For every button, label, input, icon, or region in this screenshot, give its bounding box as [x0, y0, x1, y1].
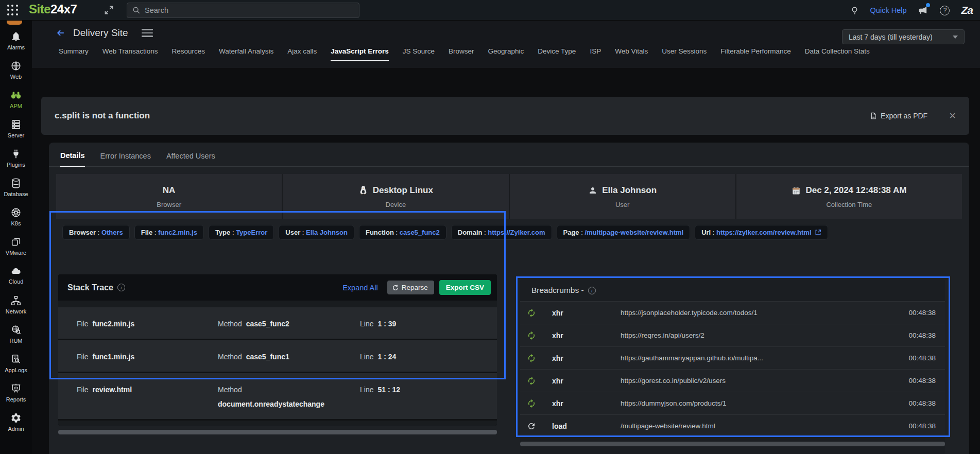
back-arrow-icon[interactable]: [56, 28, 66, 38]
tab-details[interactable]: Details: [60, 151, 85, 167]
stack-row[interactable]: Filereview.html Methoddocument.onreadyst…: [58, 373, 497, 421]
breadcrumb-row[interactable]: load /multipage-website/review.html 00:4…: [520, 414, 945, 437]
error-message-title: c.split is not a function: [55, 111, 870, 121]
search-input[interactable]: [145, 6, 354, 14]
sidebar-item-reports[interactable]: Reports: [0, 378, 32, 407]
tab-error-instances[interactable]: Error Instances: [100, 152, 151, 166]
page-title: Delivery Site: [73, 27, 128, 39]
search-box[interactable]: [127, 3, 359, 18]
sidebar-item-cloud[interactable]: Cloud: [0, 260, 32, 290]
logo-text-site: Site: [29, 2, 50, 16]
meta-collection-time: Dec 2, 2024 12:48:38 AM Collection Time: [736, 174, 962, 219]
monitor-tab-bar: Summary Web Transactions Resources Water…: [32, 47, 980, 64]
network-icon: [10, 295, 22, 306]
export-as-pdf-button[interactable]: Export as PDF: [870, 112, 927, 120]
pdf-document-icon: [870, 112, 877, 120]
tab-web-transactions[interactable]: Web Transactions: [102, 47, 158, 60]
announcements-icon[interactable]: [918, 5, 929, 15]
stack-row[interactable]: Filefunc1.min.js Methodcase5_func1 Line1…: [58, 340, 497, 373]
quick-help-link[interactable]: Quick Help: [870, 6, 907, 14]
site24x7-logo[interactable]: Site24x7: [29, 2, 77, 16]
tab-web-vitals[interactable]: Web Vitals: [615, 47, 648, 60]
tab-browser[interactable]: Browser: [449, 47, 474, 60]
tab-js-source[interactable]: JS Source: [403, 47, 435, 60]
linux-penguin-icon: [358, 185, 368, 196]
breadcrumb-row[interactable]: xhr https://gauthammariyappan.github.io/…: [520, 346, 945, 369]
info-icon[interactable]: [588, 287, 596, 294]
tab-data-collection-stats[interactable]: Data Collection Stats: [805, 47, 870, 60]
sidebar-item-server[interactable]: Server: [0, 114, 32, 143]
breadcrumbs-panel: Breadcrumbs - xhr https://jsonplaceholde…: [520, 280, 945, 454]
meta-user: Ella Johnson User: [510, 174, 736, 219]
stack-trace-rows: Filefunc2.min.js Methodcase5_func2 Line1…: [58, 301, 497, 426]
sidebar-item-network[interactable]: Network: [0, 290, 32, 319]
reload-icon: [525, 420, 538, 432]
error-meta-strip: NA Browser Desktop Linux Device Ella Joh…: [56, 174, 962, 219]
menu-icon[interactable]: [142, 29, 153, 37]
fullscreen-icon[interactable]: [104, 5, 114, 17]
tab-ajax-calls[interactable]: Ajax calls: [287, 47, 317, 60]
horizontal-scrollbar[interactable]: [58, 430, 497, 434]
reparse-button[interactable]: Reparse: [387, 281, 434, 294]
breadcrumb-row[interactable]: xhr https://dummyjson.com/products/1 00:…: [520, 392, 945, 414]
sidebar-item-web[interactable]: Web: [0, 55, 32, 84]
calendar-icon: [792, 186, 801, 195]
breadcrumb-row[interactable]: xhr https://gorest.co.in/public/v2/users…: [520, 369, 945, 392]
info-icon[interactable]: [117, 284, 125, 291]
error-attribute-chips: Browser : Others File : func2.min.js Typ…: [62, 225, 828, 240]
sidebar-item-alarms[interactable]: Alarms: [0, 26, 32, 55]
bulb-icon[interactable]: [850, 6, 859, 15]
notification-dot: [926, 3, 930, 7]
chip-user[interactable]: User : Ella Johnson: [279, 225, 354, 240]
chip-browser[interactable]: Browser : Others: [62, 225, 130, 240]
chip-type[interactable]: Type : TypeError: [209, 225, 274, 240]
horizontal-scrollbar[interactable]: [520, 442, 945, 446]
sidebar-item-plugins[interactable]: Plugins: [0, 143, 32, 172]
chip-function[interactable]: Function : case5_func2: [359, 225, 446, 240]
date-range-dropdown[interactable]: Last 7 days (till yesterday): [842, 29, 965, 44]
breadcrumbs-title: Breadcrumbs -: [531, 286, 584, 295]
tab-filterable-performance[interactable]: Filterable Performance: [720, 47, 791, 60]
sidebar-item-rum[interactable]: RUM: [0, 319, 32, 348]
sync-icon: [525, 375, 538, 387]
cloud-icon: [10, 266, 22, 276]
external-link-icon[interactable]: [815, 229, 821, 236]
tab-isp[interactable]: ISP: [590, 47, 601, 60]
expand-all-link[interactable]: Expand All: [342, 284, 378, 292]
tab-waterfall-analysis[interactable]: Waterfall Analysis: [219, 47, 273, 60]
tab-device-type[interactable]: Device Type: [538, 47, 576, 60]
sidebar-item-database[interactable]: Database: [0, 172, 32, 202]
close-icon[interactable]: [949, 110, 956, 121]
help-icon[interactable]: ?: [940, 6, 950, 15]
chip-page[interactable]: Page : /multipage-website/review.html: [557, 225, 691, 240]
sync-icon: [525, 352, 538, 364]
breadcrumb-row[interactable]: xhr https://jsonplaceholder.typicode.com…: [520, 301, 945, 324]
sidebar-item-apm[interactable]: APM: [0, 84, 32, 114]
sidebar-item-applogs[interactable]: AppLogs: [0, 348, 32, 378]
chip-file[interactable]: File : func2.min.js: [134, 225, 204, 240]
bell-icon: [10, 31, 22, 42]
reports-board-icon: [10, 383, 22, 394]
tab-user-sessions[interactable]: User Sessions: [662, 47, 707, 60]
tab-affected-users[interactable]: Affected Users: [166, 152, 215, 166]
sidebar-item-admin[interactable]: Admin: [0, 407, 32, 436]
chip-domain[interactable]: Domain : https://Zylker.com: [451, 225, 552, 240]
export-csv-button[interactable]: Export CSV: [439, 280, 491, 295]
database-icon: [10, 178, 22, 189]
tab-geographic[interactable]: Geographic: [488, 47, 524, 60]
breadcrumb-row[interactable]: xhr https://reqres.in/api/users/2 00:48:…: [520, 324, 945, 346]
sync-icon: [525, 307, 538, 319]
zoho-one-logo[interactable]: Za: [961, 4, 973, 16]
sidebar-item-vmware[interactable]: VMware: [0, 231, 32, 260]
sidebar-item-k8s[interactable]: K8s: [0, 202, 32, 231]
apps-grid-icon[interactable]: [7, 5, 19, 16]
error-summary-card: c.split is not a function Export as PDF: [41, 97, 969, 135]
helm-wheel-icon: [10, 207, 22, 218]
alarm-count-badge: [7, 21, 22, 25]
tab-summary[interactable]: Summary: [59, 47, 89, 60]
tab-javascript-errors[interactable]: JavaScript Errors: [331, 47, 389, 61]
tab-resources[interactable]: Resources: [172, 47, 205, 60]
date-range-value: Last 7 days (till yesterday): [849, 33, 933, 41]
chip-url[interactable]: Url : https://zylker.com/review.html: [695, 225, 828, 240]
stack-row[interactable]: Filefunc2.min.js Methodcase5_func2 Line1…: [58, 307, 497, 340]
